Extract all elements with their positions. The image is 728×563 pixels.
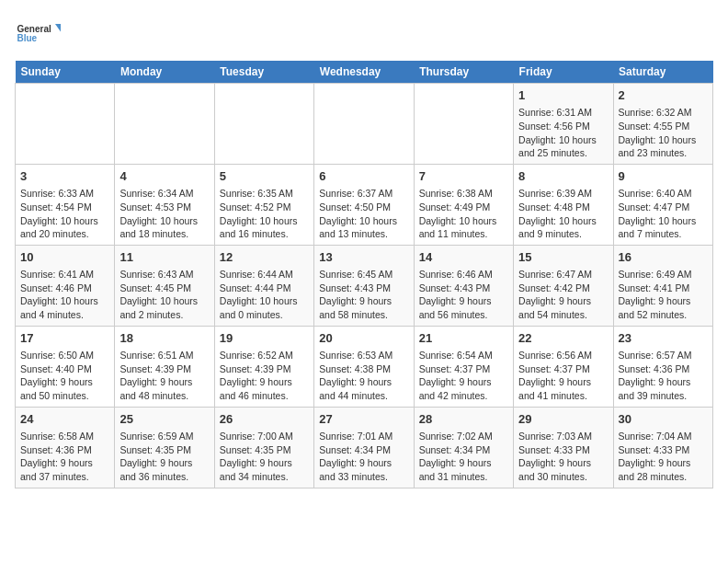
day-number: 16	[619, 249, 708, 266]
day-info: Sunrise: 6:39 AM Sunset: 4:48 PM Dayligh…	[518, 187, 608, 241]
day-info: Sunrise: 7:01 AM Sunset: 4:34 PM Dayligh…	[319, 430, 408, 484]
day-info: Sunrise: 6:40 AM Sunset: 4:47 PM Dayligh…	[619, 187, 708, 241]
calendar-body: 1Sunrise: 6:31 AM Sunset: 4:56 PM Daylig…	[16, 84, 713, 488]
day-info: Sunrise: 6:38 AM Sunset: 4:49 PM Dayligh…	[419, 187, 508, 241]
day-info: Sunrise: 6:41 AM Sunset: 4:46 PM Dayligh…	[20, 268, 109, 322]
calendar-cell: 28Sunrise: 7:02 AM Sunset: 4:34 PM Dayli…	[414, 407, 513, 488]
day-info: Sunrise: 6:34 AM Sunset: 4:53 PM Dayligh…	[119, 187, 209, 241]
day-number: 1	[518, 87, 608, 104]
calendar-row: 17Sunrise: 6:50 AM Sunset: 4:40 PM Dayli…	[16, 326, 713, 407]
day-info: Sunrise: 6:45 AM Sunset: 4:43 PM Dayligh…	[319, 268, 408, 322]
calendar-cell: 29Sunrise: 7:03 AM Sunset: 4:33 PM Dayli…	[514, 407, 613, 488]
day-info: Sunrise: 6:46 AM Sunset: 4:43 PM Dayligh…	[419, 268, 508, 322]
calendar-cell	[16, 84, 115, 165]
calendar-cell: 12Sunrise: 6:44 AM Sunset: 4:44 PM Dayli…	[214, 245, 313, 326]
day-info: Sunrise: 6:50 AM Sunset: 4:40 PM Dayligh…	[20, 349, 109, 403]
day-number: 27	[319, 411, 408, 428]
calendar-cell: 15Sunrise: 6:47 AM Sunset: 4:42 PM Dayli…	[514, 245, 613, 326]
day-number: 29	[518, 411, 608, 428]
page-header: General Blue	[15, 15, 713, 52]
weekday-header: Saturday	[613, 61, 712, 84]
day-info: Sunrise: 6:31 AM Sunset: 4:56 PM Dayligh…	[518, 106, 608, 160]
calendar-row: 24Sunrise: 6:58 AM Sunset: 4:36 PM Dayli…	[16, 407, 713, 488]
day-number: 30	[619, 411, 708, 428]
calendar-cell: 26Sunrise: 7:00 AM Sunset: 4:35 PM Dayli…	[214, 407, 313, 488]
weekday-header: Friday	[514, 61, 613, 84]
calendar-cell: 1Sunrise: 6:31 AM Sunset: 4:56 PM Daylig…	[514, 84, 613, 165]
calendar-cell: 16Sunrise: 6:49 AM Sunset: 4:41 PM Dayli…	[613, 245, 712, 326]
calendar-table: SundayMondayTuesdayWednesdayThursdayFrid…	[15, 61, 713, 488]
calendar-cell: 13Sunrise: 6:45 AM Sunset: 4:43 PM Dayli…	[314, 245, 414, 326]
calendar-row: 1Sunrise: 6:31 AM Sunset: 4:56 PM Daylig…	[16, 84, 713, 165]
weekday-header: Tuesday	[214, 61, 313, 84]
calendar-cell: 22Sunrise: 6:56 AM Sunset: 4:37 PM Dayli…	[514, 326, 613, 407]
calendar-row: 3Sunrise: 6:33 AM Sunset: 4:54 PM Daylig…	[16, 164, 713, 245]
calendar-cell: 6Sunrise: 6:37 AM Sunset: 4:50 PM Daylig…	[314, 164, 414, 245]
day-info: Sunrise: 7:02 AM Sunset: 4:34 PM Dayligh…	[419, 430, 508, 484]
day-info: Sunrise: 6:54 AM Sunset: 4:37 PM Dayligh…	[419, 349, 508, 403]
calendar-cell: 25Sunrise: 6:59 AM Sunset: 4:35 PM Dayli…	[115, 407, 214, 488]
day-number: 6	[319, 168, 408, 185]
logo: General Blue	[15, 15, 61, 52]
day-info: Sunrise: 6:59 AM Sunset: 4:35 PM Dayligh…	[119, 430, 209, 484]
weekday-row: SundayMondayTuesdayWednesdayThursdayFrid…	[16, 61, 713, 84]
calendar-cell: 4Sunrise: 6:34 AM Sunset: 4:53 PM Daylig…	[115, 164, 214, 245]
calendar-cell: 10Sunrise: 6:41 AM Sunset: 4:46 PM Dayli…	[16, 245, 115, 326]
weekday-header: Wednesday	[314, 61, 414, 84]
calendar-cell	[115, 84, 214, 165]
day-info: Sunrise: 7:03 AM Sunset: 4:33 PM Dayligh…	[518, 430, 608, 484]
day-number: 22	[518, 330, 608, 347]
day-info: Sunrise: 6:33 AM Sunset: 4:54 PM Dayligh…	[20, 187, 109, 241]
svg-marker-2	[55, 24, 61, 32]
day-number: 8	[518, 168, 608, 185]
day-info: Sunrise: 7:04 AM Sunset: 4:33 PM Dayligh…	[619, 430, 708, 484]
day-number: 15	[518, 249, 608, 266]
day-number: 23	[619, 330, 708, 347]
day-number: 2	[619, 87, 708, 104]
calendar-cell: 20Sunrise: 6:53 AM Sunset: 4:38 PM Dayli…	[314, 326, 414, 407]
day-number: 14	[419, 249, 508, 266]
calendar-cell: 27Sunrise: 7:01 AM Sunset: 4:34 PM Dayli…	[314, 407, 414, 488]
day-info: Sunrise: 7:00 AM Sunset: 4:35 PM Dayligh…	[220, 430, 309, 484]
day-info: Sunrise: 6:32 AM Sunset: 4:55 PM Dayligh…	[619, 106, 708, 160]
day-number: 19	[220, 330, 309, 347]
day-number: 9	[619, 168, 708, 185]
day-number: 3	[20, 168, 109, 185]
day-info: Sunrise: 6:56 AM Sunset: 4:37 PM Dayligh…	[518, 349, 608, 403]
day-info: Sunrise: 6:58 AM Sunset: 4:36 PM Dayligh…	[20, 430, 109, 484]
weekday-header: Monday	[115, 61, 214, 84]
day-number: 21	[419, 330, 508, 347]
svg-text:General: General	[17, 24, 51, 34]
calendar-cell: 23Sunrise: 6:57 AM Sunset: 4:36 PM Dayli…	[613, 326, 712, 407]
calendar-cell: 3Sunrise: 6:33 AM Sunset: 4:54 PM Daylig…	[16, 164, 115, 245]
calendar-cell	[314, 84, 414, 165]
day-info: Sunrise: 6:51 AM Sunset: 4:39 PM Dayligh…	[119, 349, 209, 403]
day-info: Sunrise: 6:53 AM Sunset: 4:38 PM Dayligh…	[319, 349, 408, 403]
day-number: 13	[319, 249, 408, 266]
logo-svg: General Blue	[15, 15, 61, 52]
weekday-header: Sunday	[16, 61, 115, 84]
calendar-cell: 5Sunrise: 6:35 AM Sunset: 4:52 PM Daylig…	[214, 164, 313, 245]
day-info: Sunrise: 6:49 AM Sunset: 4:41 PM Dayligh…	[619, 268, 708, 322]
day-number: 12	[220, 249, 309, 266]
calendar-cell: 7Sunrise: 6:38 AM Sunset: 4:49 PM Daylig…	[414, 164, 513, 245]
day-info: Sunrise: 6:57 AM Sunset: 4:36 PM Dayligh…	[619, 349, 708, 403]
day-info: Sunrise: 6:37 AM Sunset: 4:50 PM Dayligh…	[319, 187, 408, 241]
calendar-cell: 11Sunrise: 6:43 AM Sunset: 4:45 PM Dayli…	[115, 245, 214, 326]
day-number: 26	[220, 411, 309, 428]
calendar-cell: 19Sunrise: 6:52 AM Sunset: 4:39 PM Dayli…	[214, 326, 313, 407]
day-number: 11	[119, 249, 209, 266]
day-number: 4	[119, 168, 209, 185]
calendar-row: 10Sunrise: 6:41 AM Sunset: 4:46 PM Dayli…	[16, 245, 713, 326]
day-number: 28	[419, 411, 508, 428]
day-number: 17	[20, 330, 109, 347]
day-number: 5	[220, 168, 309, 185]
day-number: 24	[20, 411, 109, 428]
day-number: 20	[319, 330, 408, 347]
day-number: 18	[119, 330, 209, 347]
svg-text:Blue: Blue	[17, 33, 38, 43]
calendar-cell: 17Sunrise: 6:50 AM Sunset: 4:40 PM Dayli…	[16, 326, 115, 407]
day-info: Sunrise: 6:43 AM Sunset: 4:45 PM Dayligh…	[119, 268, 209, 322]
day-info: Sunrise: 6:52 AM Sunset: 4:39 PM Dayligh…	[220, 349, 309, 403]
day-info: Sunrise: 6:44 AM Sunset: 4:44 PM Dayligh…	[220, 268, 309, 322]
